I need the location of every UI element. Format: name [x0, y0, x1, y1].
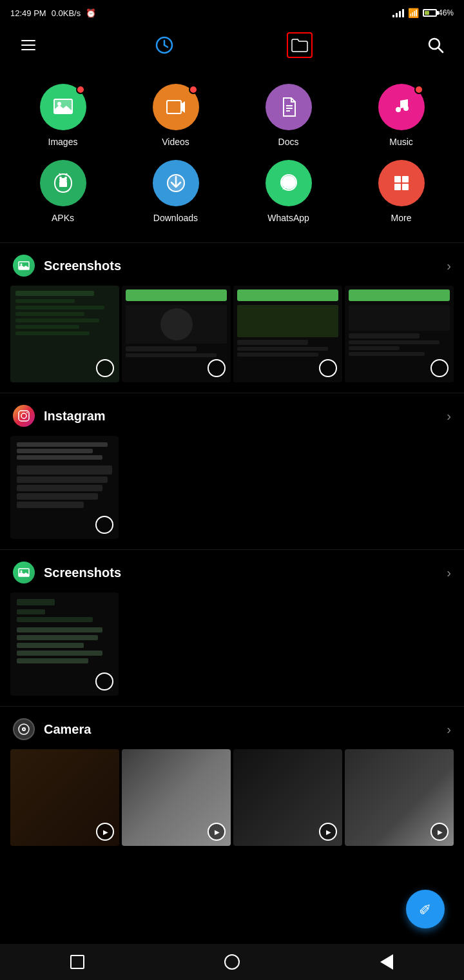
fab-button[interactable]: ✏ [406, 890, 445, 928]
top-nav [0, 26, 464, 64]
category-more[interactable]: More [345, 153, 458, 230]
thumb-checkbox-1[interactable] [96, 359, 114, 377]
menu-button[interactable] [15, 32, 41, 58]
docs-circle [266, 84, 312, 130]
thumb-checkbox-4[interactable] [430, 359, 449, 377]
music-label: Music [389, 137, 413, 147]
images-icon-wrap [40, 84, 86, 130]
screenshot-thumb-3[interactable] [233, 286, 342, 382]
camera-play-4[interactable] [430, 823, 449, 841]
camera-thumbs [0, 749, 464, 856]
downloads-label: Downloads [153, 213, 198, 223]
search-button[interactable] [423, 32, 449, 58]
recent-apps-button[interactable] [66, 950, 89, 974]
screenshot-2-checkbox-1[interactable] [95, 672, 113, 691]
videos-icon [164, 95, 188, 119]
videos-notif [189, 85, 198, 94]
screenshot-thumb-1[interactable] [10, 286, 119, 382]
camera-thumb-4[interactable] [345, 749, 454, 846]
svg-rect-23 [394, 176, 401, 182]
instagram-header[interactable]: Instagram › [0, 393, 464, 436]
battery-icon: 46% [423, 8, 454, 17]
whatsapp-icon-wrap [266, 160, 312, 206]
screenshots-2-title: Screenshots [44, 565, 121, 580]
screenshots-1-chevron: › [447, 259, 451, 273]
instagram-checkbox-1[interactable] [95, 516, 113, 534]
alarm-icon: ⏰ [86, 8, 96, 18]
battery-percent: 46% [438, 8, 454, 17]
svg-point-17 [64, 177, 67, 179]
status-bar: 12:49 PM 0.0KB/s ⏰ 📶 46% [0, 0, 464, 26]
screenshots-2-header[interactable]: Screenshots › [0, 550, 464, 593]
status-left: 12:49 PM 0.0KB/s ⏰ [10, 8, 96, 18]
svg-point-31 [26, 412, 28, 413]
section-screenshots-2: Screenshots › [0, 550, 464, 706]
docs-icon [277, 95, 300, 119]
category-images[interactable]: Images [6, 77, 119, 153]
screenshots-2-thumbs [0, 593, 464, 706]
section-instagram: Instagram › [0, 393, 464, 549]
svg-point-13 [403, 106, 409, 111]
videos-icon-wrap [153, 84, 199, 130]
history-button[interactable] [151, 32, 177, 58]
hamburger-icon [21, 40, 35, 50]
search-icon [427, 36, 445, 54]
music-icon [390, 95, 413, 119]
thumb-checkbox-3[interactable] [319, 359, 337, 377]
category-videos[interactable]: Videos [119, 77, 232, 153]
apks-icon [52, 172, 75, 195]
downloads-icon-wrap [153, 160, 199, 206]
camera-play-3[interactable] [319, 823, 337, 841]
videos-label: Videos [162, 137, 189, 147]
more-label: More [391, 213, 412, 223]
screenshot-2-thumb-1[interactable] [10, 593, 119, 696]
screenshot-thumb-4[interactable] [345, 286, 454, 382]
whatsapp-circle [266, 160, 312, 206]
fab-icon: ✏ [414, 898, 436, 920]
images-label: Images [48, 137, 78, 147]
instagram-chevron: › [447, 409, 451, 424]
instagram-title: Instagram [44, 409, 106, 424]
camera-icon-svg [17, 723, 30, 736]
bottom-nav [0, 944, 464, 980]
instagram-thumbs [0, 436, 464, 549]
section-screenshots-1: Screenshots › [0, 243, 464, 393]
camera-thumb-2[interactable] [122, 749, 231, 846]
more-circle [378, 160, 425, 206]
music-notif [414, 85, 423, 94]
camera-play-2[interactable] [208, 823, 226, 841]
instagram-thumb-1[interactable] [10, 436, 119, 539]
category-whatsapp[interactable]: WhatsApp [232, 153, 345, 230]
screenshot-thumb-2[interactable] [122, 286, 231, 382]
svg-rect-26 [402, 184, 409, 190]
svg-line-4 [438, 48, 443, 52]
status-right: 📶 46% [392, 8, 454, 18]
instagram-icon-svg [17, 409, 30, 422]
downloads-circle [153, 160, 199, 206]
folder-button[interactable] [287, 32, 313, 58]
svg-point-16 [59, 177, 62, 179]
category-downloads[interactable]: Downloads [119, 153, 232, 230]
signal-icon [392, 8, 404, 17]
svg-point-30 [21, 413, 26, 418]
screenshots-2-icon-svg [17, 566, 30, 579]
instagram-left: Instagram [13, 405, 106, 427]
thumb-checkbox-2[interactable] [208, 359, 226, 377]
camera-header[interactable]: Camera › [0, 707, 464, 749]
camera-thumb-3[interactable] [233, 749, 342, 846]
category-grid: Images Videos [0, 64, 464, 242]
camera-play-1[interactable] [96, 823, 114, 841]
category-music[interactable]: Music [345, 77, 458, 153]
screenshots-1-icon [13, 255, 35, 277]
svg-line-2 [164, 45, 168, 47]
svg-point-36 [23, 729, 24, 730]
category-apks[interactable]: APKs [6, 153, 119, 230]
docs-label: Docs [278, 137, 299, 147]
screenshots-2-chevron: › [447, 565, 451, 580]
screenshots-1-header[interactable]: Screenshots › [0, 243, 464, 286]
back-button[interactable] [375, 950, 398, 974]
camera-thumb-1[interactable] [10, 749, 119, 846]
section-camera: Camera › [0, 707, 464, 856]
category-docs[interactable]: Docs [232, 77, 345, 153]
home-button[interactable] [220, 950, 244, 974]
